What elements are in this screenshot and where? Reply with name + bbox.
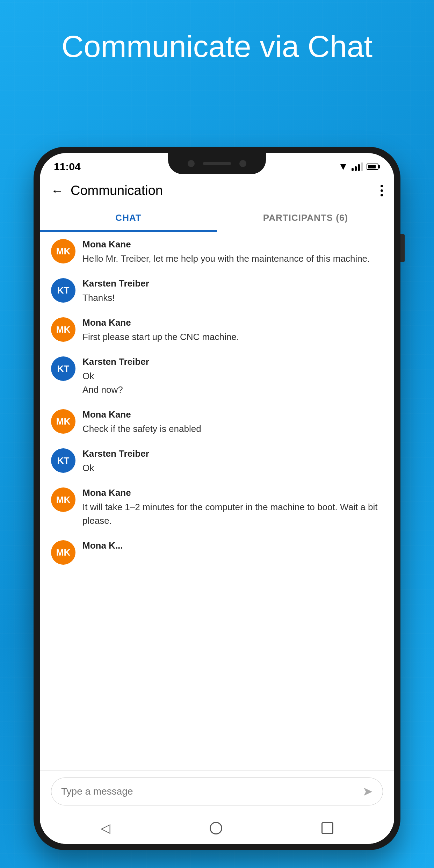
message-text-1: Hello Mr. Treiber, let me help you with … <box>82 252 383 266</box>
chat-list: MK Mona Kane Hello Mr. Treiber, let me h… <box>40 232 394 770</box>
message-content-2: Karsten Treiber Thanks! <box>82 278 383 305</box>
tab-chat[interactable]: CHAT <box>40 204 217 232</box>
avatar-kt-2: KT <box>51 356 75 381</box>
message-sender-3: Mona Kane <box>82 317 383 328</box>
nav-home-button[interactable] <box>210 822 222 834</box>
nav-back-button[interactable]: ◁ <box>101 821 110 836</box>
message-input[interactable] <box>61 786 362 797</box>
message-sender-1: Mona Kane <box>82 239 383 250</box>
notch-camera <box>188 160 195 167</box>
app-header: ← Communication <box>40 178 394 204</box>
tab-participants[interactable]: PARTICIPANTS (6) <box>217 204 394 232</box>
more-options-button[interactable] <box>381 185 383 196</box>
message-text-4: OkAnd now? <box>82 369 383 397</box>
message-item: MK Mona Kane Hello Mr. Treiber, let me h… <box>51 239 383 266</box>
notch-speaker <box>203 162 231 165</box>
message-content-5: Mona Kane Check if the safety is enabled <box>82 409 383 436</box>
avatar-mk-4: MK <box>51 487 75 512</box>
status-time: 11:04 <box>54 161 81 173</box>
message-content-6: Karsten Treiber Ok <box>82 448 383 475</box>
signal-icon <box>352 162 363 171</box>
avatar-kt-3: KT <box>51 448 75 473</box>
phone-frame: 11:04 ▼ <box>34 147 400 850</box>
status-icons: ▼ <box>338 161 380 172</box>
avatar-mk-5: MK <box>51 540 75 565</box>
message-content-1: Mona Kane Hello Mr. Treiber, let me help… <box>82 239 383 266</box>
more-dot-3 <box>381 194 383 196</box>
message-input-container: ➤ <box>51 777 383 805</box>
message-text-5: Check if the safety is enabled <box>82 422 383 436</box>
message-text-6: Ok <box>82 461 383 475</box>
message-item: KT Karsten Treiber OkAnd now? <box>51 356 383 397</box>
message-sender-2: Karsten Treiber <box>82 278 383 289</box>
wifi-icon: ▼ <box>338 161 348 172</box>
back-button[interactable]: ← <box>51 183 64 198</box>
avatar-kt-1: KT <box>51 278 75 303</box>
message-content-7: Mona Kane It will take 1–2 minutes for t… <box>82 487 383 528</box>
message-content-8: Mona K... <box>82 540 383 553</box>
nav-recent-icon <box>321 822 333 834</box>
message-text-2: Thanks! <box>82 291 383 305</box>
more-dot-2 <box>381 189 383 192</box>
message-item: KT Karsten Treiber Ok <box>51 448 383 475</box>
message-content-4: Karsten Treiber OkAnd now? <box>82 356 383 397</box>
side-power-button <box>400 234 405 262</box>
message-sender-4: Karsten Treiber <box>82 356 383 367</box>
phone-notch <box>168 153 266 174</box>
message-sender-8: Mona K... <box>82 540 383 551</box>
send-icon: ➤ <box>362 784 373 799</box>
nav-home-icon <box>210 822 222 834</box>
message-text-3: First please start up the CNC machine. <box>82 330 383 344</box>
message-item: MK Mona Kane Check if the safety is enab… <box>51 409 383 436</box>
battery-icon <box>367 164 380 170</box>
message-item: MK Mona Kane It will take 1–2 minutes fo… <box>51 487 383 528</box>
message-sender-5: Mona Kane <box>82 409 383 420</box>
avatar-mk-1: MK <box>51 239 75 263</box>
message-sender-7: Mona Kane <box>82 487 383 498</box>
message-text-7: It will take 1–2 minutes for the compute… <box>82 500 383 528</box>
tab-bar: CHAT PARTICIPANTS (6) <box>40 204 394 232</box>
message-item: MK Mona Kane First please start up the C… <box>51 317 383 344</box>
notch-camera-2 <box>239 160 246 167</box>
avatar-mk-3: MK <box>51 409 75 434</box>
nav-recent-button[interactable] <box>321 822 333 834</box>
hero-title: Communicate via Chat <box>0 28 434 65</box>
more-dot-1 <box>381 185 383 187</box>
nav-back-icon: ◁ <box>101 821 110 836</box>
message-item-partial: MK Mona K... <box>51 540 383 565</box>
message-sender-6: Karsten Treiber <box>82 448 383 459</box>
bottom-nav: ◁ <box>40 812 394 844</box>
input-area: ➤ <box>40 770 394 812</box>
message-item: KT Karsten Treiber Thanks! <box>51 278 383 305</box>
page-title: Communication <box>71 183 381 198</box>
phone-screen: 11:04 ▼ <box>40 153 394 844</box>
send-button[interactable]: ➤ <box>362 784 373 799</box>
avatar-mk-2: MK <box>51 317 75 342</box>
message-content-3: Mona Kane First please start up the CNC … <box>82 317 383 344</box>
phone-container: 11:04 ▼ <box>34 147 400 850</box>
